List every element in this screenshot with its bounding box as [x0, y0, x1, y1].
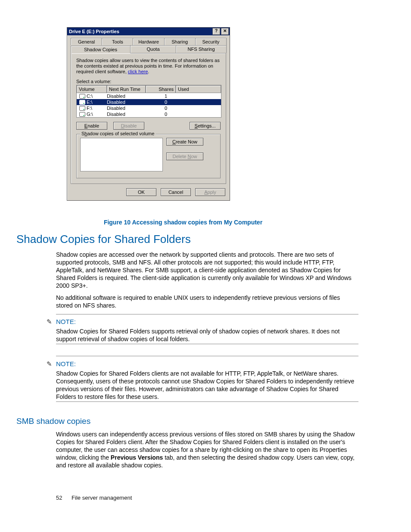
divider — [56, 356, 358, 356]
properties-dialog: Drive E (E:) Properties ? ✕ General Tool… — [67, 27, 230, 201]
note-text: Shadow Copies for Shared Folders clients… — [56, 370, 358, 401]
tab-general[interactable]: General — [71, 38, 102, 45]
delete-now-button: Delete NowDelete Now — [166, 152, 203, 160]
heading-shadow-copies: Shadow Copies for Shared Folders — [16, 233, 191, 246]
page-footer: 52 File server management — [56, 495, 132, 501]
tab-security[interactable]: Security — [195, 38, 227, 45]
tab-shadow-copies[interactable]: Shadow Copies — [71, 46, 131, 53]
shadow-copy-list[interactable] — [80, 138, 163, 171]
group-legend: Shadow copies of selected volumeShadow c… — [80, 131, 156, 136]
help-icon[interactable]: ? — [212, 28, 220, 35]
col-volume[interactable]: Volume — [77, 85, 107, 93]
figure-caption: Figure 10 Accessing shadow copies from M… — [69, 219, 297, 226]
paragraph: Shadow copies are accessed over the netw… — [56, 251, 358, 289]
close-icon[interactable]: ✕ — [221, 28, 229, 35]
tab-sharing[interactable]: Sharing — [164, 38, 196, 45]
apply-button: ApplyApply — [195, 188, 225, 196]
settings-button[interactable]: Settings...Settings... — [190, 122, 221, 130]
note-icon: ✎ — [47, 318, 52, 326]
titlebar: Drive E (E:) Properties ? ✕ — [67, 28, 230, 35]
enable-button[interactable]: EEnablenable — [76, 122, 107, 130]
tab-quota[interactable]: Quota — [130, 45, 176, 53]
drive-icon — [79, 112, 85, 117]
table-row[interactable]: C:\ Disabled 1 — [77, 93, 221, 99]
create-now-button[interactable]: Create NowCreate Now — [166, 138, 203, 146]
tab-tools[interactable]: Tools — [102, 38, 133, 45]
footer-title: File server management — [72, 495, 132, 501]
table-row[interactable]: F:\ Disabled 0 — [77, 105, 221, 111]
drive-icon — [79, 106, 85, 111]
table-row[interactable]: E:\ Disabled 0 — [77, 99, 221, 105]
drive-icon — [79, 94, 85, 99]
col-shares[interactable]: Shares — [146, 85, 176, 93]
description-text: Shadow copies allow users to view the co… — [76, 58, 221, 75]
paragraph: No additional software is required to en… — [56, 294, 358, 309]
disable-button: DisableDisable — [113, 122, 144, 130]
divider — [56, 344, 358, 344]
note-text: Shadow Copies for Shared Folders support… — [56, 327, 358, 343]
note-icon: ✎ — [47, 360, 52, 368]
cancel-button[interactable]: Cancel — [161, 188, 191, 196]
note-label: NOTE: — [56, 360, 76, 367]
table-header: Volume Next Run Time Shares Used — [77, 85, 221, 93]
page-number: 52 — [56, 495, 62, 501]
description-post: . — [148, 69, 149, 74]
paragraph: Windows users can independently access p… — [56, 430, 358, 469]
window-title: Drive E (E:) Properties — [69, 29, 212, 34]
bold-text: Previous Versions — [111, 454, 163, 461]
selected-volume-group: Shadow copies of selected volumeShadow c… — [76, 134, 221, 178]
volume-table[interactable]: Volume Next Run Time Shares Used C:\ Dis… — [76, 85, 221, 118]
drive-icon — [79, 100, 85, 105]
divider — [56, 314, 358, 314]
col-used[interactable]: Used — [176, 85, 221, 93]
tab-hardware[interactable]: Hardware — [133, 38, 164, 45]
tab-nfs-sharing[interactable]: NFS Sharing — [176, 45, 227, 53]
select-volume-label: Select a volume: — [76, 79, 221, 84]
ok-button[interactable]: OK — [126, 188, 156, 196]
divider — [56, 401, 358, 402]
tab-panel: Shadow copies allow users to view the co… — [71, 53, 226, 184]
note-label: NOTE: — [56, 318, 76, 325]
dialog-footer: OK Cancel ApplyApply — [67, 187, 230, 200]
heading-smb: SMB shadow copies — [16, 417, 90, 426]
col-next-run[interactable]: Next Run Time — [107, 85, 146, 93]
click-here-link[interactable]: click here — [128, 69, 148, 74]
table-row[interactable]: G:\ Disabled 0 — [77, 111, 221, 117]
